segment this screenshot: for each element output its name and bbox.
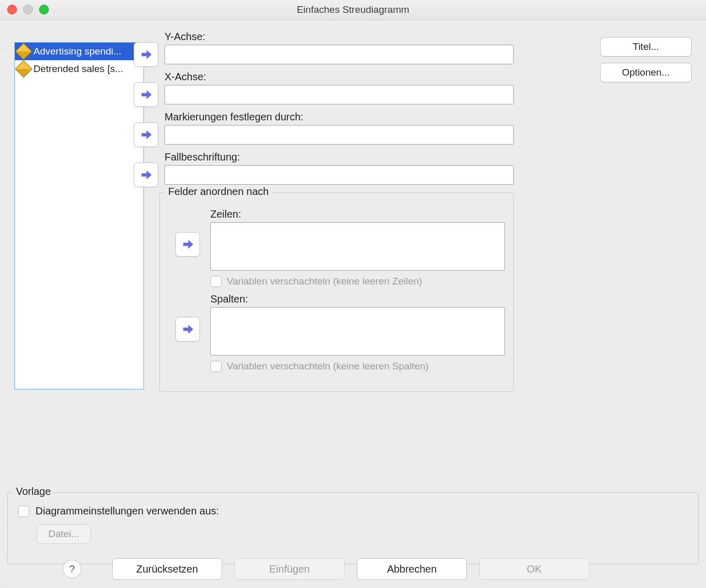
- titles-button[interactable]: Titel...: [600, 37, 692, 57]
- content-area: Advertising spendi... Detrended sales [s…: [7, 27, 699, 477]
- move-to-case-label-button[interactable]: [134, 163, 158, 187]
- background-grid: [0, 20, 7, 588]
- y-axis-field[interactable]: [165, 45, 514, 64]
- nest-cols-checkbox-row: Variablen verschachteln (keine leeren Sp…: [210, 361, 505, 372]
- set-markers-label: Markierungen festlegen durch:: [165, 111, 514, 123]
- dialog-window: Einfaches Streudiagramm Advertising spen…: [0, 0, 706, 588]
- use-template-label: Diagrammeinstellungen verwenden aus:: [35, 505, 219, 517]
- zoom-window-icon[interactable]: [39, 5, 49, 14]
- x-axis-row: X-Achse:: [165, 71, 514, 104]
- arrow-right-icon: [181, 323, 194, 336]
- panel-cols-row: Spalten: Variablen verschachteln (keine …: [168, 293, 505, 372]
- titlebar: Einfaches Streudiagramm: [0, 0, 706, 20]
- cancel-button-label: Abbrechen: [387, 563, 437, 575]
- reset-button-label: Zurücksetzen: [136, 563, 198, 575]
- case-label-field[interactable]: [165, 165, 514, 185]
- close-window-icon[interactable]: [7, 5, 17, 14]
- options-button[interactable]: Optionen...: [600, 63, 692, 82]
- move-to-x-axis-button[interactable]: [134, 82, 158, 107]
- nest-rows-label: Variablen verschachteln (keine leeren Ze…: [227, 276, 422, 287]
- nest-rows-checkbox: [210, 276, 222, 287]
- set-markers-field[interactable]: [165, 125, 514, 145]
- variable-list[interactable]: Advertising spendi... Detrended sales [s…: [14, 42, 144, 389]
- move-to-markers-button[interactable]: [134, 122, 158, 147]
- case-label-label: Fallbeschriftung:: [165, 151, 514, 163]
- window-title: Einfaches Streudiagramm: [297, 4, 409, 15]
- panel-rows-row: Zeilen: Variablen verschachteln (keine l…: [168, 208, 505, 287]
- arrow-right-icon: [139, 168, 153, 182]
- dialog-button-bar: ? Zurücksetzen Einfügen Abbrechen OK: [0, 558, 706, 580]
- arrow-right-icon: [139, 128, 153, 141]
- help-icon: ?: [69, 563, 75, 575]
- nest-cols-checkbox: [210, 361, 222, 372]
- template-group-title: Vorlage: [13, 486, 54, 497]
- paste-button: Einfügen: [234, 558, 345, 580]
- variable-label: Advertising spendi...: [33, 46, 121, 57]
- minimize-window-icon: [23, 5, 33, 14]
- panel-rows-field[interactable]: [210, 222, 505, 271]
- nest-rows-checkbox-row: Variablen verschachteln (keine leeren Ze…: [210, 276, 505, 287]
- x-axis-field[interactable]: [165, 85, 514, 104]
- template-file-button-label: Datei...: [48, 528, 79, 540]
- panel-cols-label: Spalten:: [210, 293, 505, 305]
- nest-cols-label: Variablen verschachteln (keine leeren Sp…: [227, 361, 429, 372]
- variable-list-item[interactable]: Detrended sales [s...: [15, 60, 143, 78]
- titles-button-label: Titel...: [632, 41, 659, 52]
- panel-cols-field[interactable]: [210, 307, 505, 355]
- scale-variable-icon: [17, 45, 30, 58]
- ok-button-label: OK: [527, 563, 542, 575]
- y-axis-row: Y-Achse:: [165, 31, 514, 64]
- case-label-row: Fallbeschriftung:: [165, 151, 514, 185]
- move-to-panel-rows-button[interactable]: [175, 232, 200, 257]
- panel-by-group: Felder anordnen nach Zeilen: Variablen v…: [159, 192, 514, 392]
- arrow-right-icon: [139, 48, 153, 61]
- variable-list-item[interactable]: Advertising spendi...: [15, 43, 143, 60]
- move-to-y-axis-button[interactable]: [134, 42, 158, 67]
- panel-by-group-title: Felder anordnen nach: [165, 186, 272, 198]
- use-template-checkbox[interactable]: [18, 506, 29, 517]
- reset-button[interactable]: Zurücksetzen: [112, 558, 222, 580]
- panel-rows-label: Zeilen:: [210, 208, 505, 220]
- ok-button: OK: [479, 558, 589, 580]
- move-to-panel-cols-button[interactable]: [175, 317, 200, 342]
- y-axis-label: Y-Achse:: [165, 31, 514, 43]
- paste-button-label: Einfügen: [269, 563, 310, 575]
- x-axis-label: X-Achse:: [165, 71, 514, 83]
- window-controls: [7, 5, 49, 14]
- arrow-right-icon: [181, 238, 194, 251]
- help-button[interactable]: ?: [63, 560, 81, 578]
- template-file-button: Datei...: [37, 524, 91, 544]
- scale-variable-icon: [17, 62, 30, 76]
- options-button-label: Optionen...: [622, 67, 670, 78]
- use-template-row: Diagrammeinstellungen verwenden aus:: [18, 505, 688, 517]
- arrow-right-icon: [139, 88, 153, 101]
- set-markers-row: Markierungen festlegen durch:: [165, 111, 514, 145]
- cancel-button[interactable]: Abbrechen: [357, 558, 467, 580]
- variable-label: Detrended sales [s...: [33, 63, 123, 75]
- template-group: Vorlage Diagrammeinstellungen verwenden …: [7, 492, 699, 564]
